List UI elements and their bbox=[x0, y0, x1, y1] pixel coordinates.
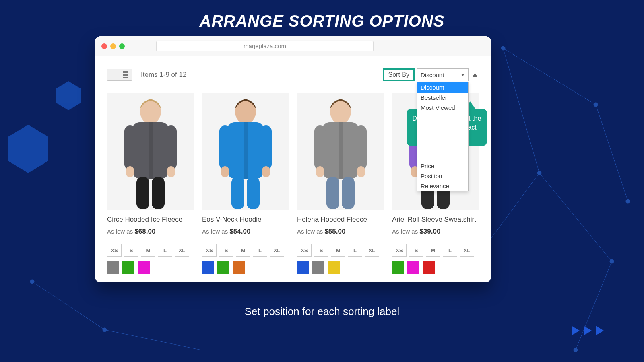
sort-option-relevance[interactable]: Relevance bbox=[417, 181, 468, 191]
size-swatch[interactable]: XL bbox=[460, 244, 474, 257]
size-swatch[interactable]: M bbox=[141, 244, 155, 257]
svg-rect-43 bbox=[355, 125, 367, 170]
svg-marker-21 bbox=[596, 326, 604, 335]
size-options: XSSMLXL bbox=[107, 244, 194, 257]
size-swatch[interactable]: XL bbox=[365, 244, 379, 257]
window-minimize-icon[interactable] bbox=[110, 43, 116, 49]
color-options bbox=[297, 261, 384, 274]
sort-option-most-viewed[interactable]: Most Viewed bbox=[417, 103, 468, 113]
product-name[interactable]: Helena Hooded Fleece bbox=[297, 216, 384, 224]
size-options: XSSMLXL bbox=[297, 244, 384, 257]
sort-option-price[interactable]: Price bbox=[417, 161, 468, 171]
color-swatch[interactable] bbox=[202, 261, 214, 274]
product-price: As low as $54.00 bbox=[202, 228, 289, 236]
svg-point-45 bbox=[357, 166, 365, 177]
list-icon bbox=[120, 69, 132, 80]
color-swatch[interactable] bbox=[297, 261, 309, 274]
sort-option-bestseller[interactable]: Bestseller bbox=[417, 93, 468, 103]
svg-line-4 bbox=[483, 173, 539, 249]
product-card[interactable]: Circe Hooded Ice FleeceAs low as $68.00X… bbox=[107, 93, 194, 274]
svg-marker-20 bbox=[584, 326, 592, 335]
page-headline: ARRANGE SORTING OPTIONS bbox=[0, 0, 644, 30]
size-swatch[interactable]: L bbox=[253, 244, 267, 257]
svg-rect-25 bbox=[165, 125, 177, 170]
list-view-button[interactable] bbox=[120, 69, 132, 80]
size-swatch[interactable]: S bbox=[409, 244, 423, 257]
color-swatch[interactable] bbox=[407, 261, 419, 274]
svg-rect-30 bbox=[149, 122, 153, 179]
color-swatch[interactable] bbox=[312, 261, 324, 274]
size-swatch[interactable]: S bbox=[219, 244, 233, 257]
product-card[interactable]: Helena Hooded FleeceAs low as $55.00XSSM… bbox=[297, 93, 384, 274]
size-swatch[interactable]: L bbox=[158, 244, 172, 257]
size-options: XSSMLXL bbox=[202, 244, 289, 257]
product-name[interactable]: Circe Hooded Ice Fleece bbox=[107, 216, 194, 224]
svg-rect-37 bbox=[231, 177, 244, 209]
grid-icon bbox=[107, 69, 120, 80]
svg-point-11 bbox=[537, 171, 541, 175]
svg-point-12 bbox=[610, 259, 614, 263]
window-maximize-icon[interactable] bbox=[119, 43, 125, 49]
browser-window: mageplaza.com Items 1-9 of 12 Sort By Di… bbox=[95, 36, 491, 282]
svg-line-0 bbox=[503, 48, 596, 105]
color-swatch[interactable] bbox=[217, 261, 229, 274]
svg-line-2 bbox=[503, 48, 539, 173]
sort-option-discount[interactable]: Discount bbox=[417, 82, 468, 93]
svg-line-3 bbox=[539, 173, 612, 261]
size-swatch[interactable]: L bbox=[348, 244, 362, 257]
color-swatch[interactable] bbox=[107, 261, 119, 274]
sort-select[interactable]: Discount bbox=[417, 68, 469, 81]
sort-area: Sort By Discount Discount Bestseller Mos… bbox=[383, 68, 479, 81]
view-mode-switch bbox=[107, 69, 132, 81]
window-close-icon[interactable] bbox=[101, 43, 107, 49]
color-swatch[interactable] bbox=[328, 261, 340, 274]
svg-point-16 bbox=[103, 328, 107, 332]
product-name[interactable]: Eos V-Neck Hoodie bbox=[202, 216, 289, 224]
sort-select-value: Discount bbox=[421, 72, 444, 78]
svg-rect-38 bbox=[247, 177, 260, 209]
product-image[interactable] bbox=[107, 93, 194, 210]
page-content: Items 1-9 of 12 Sort By Discount Discoun… bbox=[95, 56, 491, 282]
size-swatch[interactable]: XL bbox=[270, 244, 284, 257]
svg-point-14 bbox=[574, 348, 578, 352]
svg-point-9 bbox=[594, 103, 598, 107]
product-card[interactable]: Eos V-Neck HoodieAs low as $54.00XSSMLXL bbox=[202, 93, 289, 274]
color-swatch[interactable] bbox=[138, 261, 150, 274]
product-price: As low as $68.00 bbox=[107, 228, 194, 236]
svg-line-1 bbox=[596, 105, 628, 201]
grid-view-button[interactable] bbox=[107, 69, 120, 80]
size-swatch[interactable]: XL bbox=[175, 244, 189, 257]
address-bar[interactable]: mageplaza.com bbox=[156, 41, 374, 51]
product-price: As low as $39.00 bbox=[392, 228, 479, 236]
svg-rect-28 bbox=[136, 177, 149, 209]
sort-direction-button[interactable] bbox=[471, 71, 479, 79]
browser-titlebar: mageplaza.com bbox=[95, 36, 491, 56]
size-swatch[interactable]: M bbox=[426, 244, 440, 257]
size-swatch[interactable]: S bbox=[124, 244, 138, 257]
color-options bbox=[202, 261, 289, 274]
catalog-toolbar: Items 1-9 of 12 Sort By Discount Discoun… bbox=[107, 68, 479, 81]
color-swatch[interactable] bbox=[122, 261, 134, 274]
size-swatch[interactable]: M bbox=[331, 244, 345, 257]
product-name[interactable]: Ariel Roll Sleeve Sweatshirt bbox=[392, 216, 479, 224]
size-swatch[interactable]: S bbox=[314, 244, 328, 257]
color-options bbox=[107, 261, 194, 274]
color-swatch[interactable] bbox=[392, 261, 404, 274]
items-count: Items 1-9 of 12 bbox=[141, 71, 186, 79]
svg-rect-34 bbox=[260, 125, 272, 170]
svg-marker-19 bbox=[572, 326, 580, 335]
color-swatch[interactable] bbox=[423, 261, 435, 274]
size-swatch[interactable]: XS bbox=[297, 244, 312, 257]
product-price: As low as $55.00 bbox=[297, 228, 384, 236]
size-swatch[interactable]: L bbox=[443, 244, 457, 257]
svg-rect-33 bbox=[219, 125, 231, 170]
size-swatch[interactable]: M bbox=[236, 244, 250, 257]
size-swatch[interactable]: XS bbox=[202, 244, 217, 257]
product-image[interactable] bbox=[202, 93, 289, 210]
sort-option-position[interactable]: Position bbox=[417, 171, 468, 181]
color-swatch[interactable] bbox=[233, 261, 245, 274]
product-image[interactable] bbox=[297, 93, 384, 210]
size-swatch[interactable]: XS bbox=[107, 244, 122, 257]
sort-dropdown: Discount Bestseller Most Viewed Price Po… bbox=[417, 82, 469, 191]
size-swatch[interactable]: XS bbox=[392, 244, 407, 257]
